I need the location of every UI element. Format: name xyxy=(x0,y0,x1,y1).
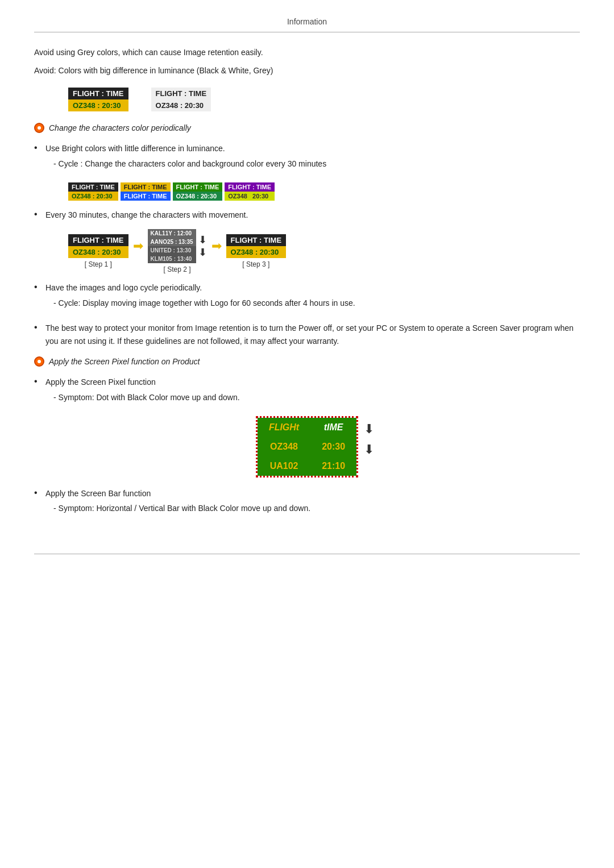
bullet-section-3: • Have the images and logo cycle periodi… xyxy=(34,281,580,314)
pixel-table: FLIGHt tIME OZ348 20:30 UA102 21:10 xyxy=(258,418,356,476)
bullet5-main: Apply the Screen Pixel function xyxy=(45,377,156,387)
step2-row2: AANO25 : 13:35 xyxy=(148,238,196,246)
step3-data: OZ348 : 20:30 xyxy=(226,246,287,258)
pixel-row1-col1: OZ348 xyxy=(258,437,310,456)
step2-to-step3-arrow: ➡ xyxy=(211,239,222,254)
demo-box-light: FLIGHT : TIME OZ348 : 20:30 xyxy=(151,88,211,111)
bullet-section-6: • Apply the Screen Bar function - Sympto… xyxy=(34,487,580,520)
bullet2-main: Every 30 minutes, change the characters … xyxy=(45,210,248,219)
cycle-box-1-data: OZ348 : 20:30 xyxy=(68,192,118,201)
bullet-section-5: • Apply the Screen Pixel function - Symp… xyxy=(34,376,580,408)
pixel-col2-header: tIME xyxy=(310,418,356,437)
cycle-box-3-data: OZ348 : 20:30 xyxy=(173,192,223,201)
cycle-box-1: FLIGHT : TIME OZ348 : 20:30 xyxy=(68,182,118,201)
bullet4-main: The best way to protect your monitor fro… xyxy=(45,323,574,345)
bullet-dot-3: • xyxy=(34,282,45,292)
cycle-box-4-data: OZ348 20:30 xyxy=(225,192,275,201)
step-diagram: FLIGHT : TIME OZ348 : 20:30 [ Step 1 ] ➡… xyxy=(68,229,580,273)
intro-line2: Avoid: Colors with big difference in lum… xyxy=(34,64,580,77)
bullet1-main: Use Bright colors with little difference… xyxy=(45,144,225,153)
bullet-item-5: • Apply the Screen Pixel function - Symp… xyxy=(34,376,580,408)
step2-flights: KAL11Y : 12:00 AANO25 : 13:35 UNITED : 1… xyxy=(148,229,196,263)
bullet3-sub: - Cycle: Display moving image together w… xyxy=(53,297,580,309)
demo-box-dark: FLIGHT : TIME OZ348 : 20:30 xyxy=(68,88,128,111)
demo-box-dark-header: FLIGHT : TIME xyxy=(68,88,128,99)
demo-box-dark-data: OZ348 : 20:30 xyxy=(68,99,128,111)
bullet-dot-1: • xyxy=(34,143,45,153)
cycle-box-2-header: FLIGHT : TIME xyxy=(121,182,171,192)
intro-line1: Avoid using Grey colors, which can cause… xyxy=(34,46,580,59)
step3-label: [ Step 3 ] xyxy=(242,260,269,268)
demo-box-light-data: OZ348 : 20:30 xyxy=(151,99,211,111)
pixel-diagram-wrapper: FLIGHt tIME OZ348 20:30 UA102 21:10 ⬇ ⬇ xyxy=(34,416,580,479)
pixel-diagram: FLIGHt tIME OZ348 20:30 UA102 21:10 xyxy=(256,416,358,477)
bullet-item-4: • The best way to protect your monitor f… xyxy=(34,322,580,347)
bullet-dot-6: • xyxy=(34,488,45,498)
orange-bullet-2: Apply the Screen Pixel function on Produ… xyxy=(34,355,580,368)
pixel-arrow-down-1-icon: ⬇ xyxy=(364,422,374,437)
step2-row3: UNITED : 13:30 xyxy=(148,246,196,255)
bullet3-main: Have the images and logo cycle periodica… xyxy=(45,283,202,292)
bullet1-sub: - Cycle : Change the characters color an… xyxy=(53,157,580,170)
step3-header: FLIGHT : TIME xyxy=(226,234,287,246)
step3-flight-box: FLIGHT : TIME OZ348 : 20:30 xyxy=(226,234,287,258)
orange-bullet-1: Change the characters color periodically xyxy=(34,122,580,134)
change-color-label: Change the characters color periodically xyxy=(49,122,191,134)
bullet-section-2: • Every 30 minutes, change the character… xyxy=(34,209,580,221)
bullet-dot-5: • xyxy=(34,376,45,387)
arrow-down-1-icon: ⬇ xyxy=(198,234,207,246)
bullet-dot-4: • xyxy=(34,322,45,333)
pixel-row1-col2: 20:30 xyxy=(310,437,356,456)
step2-row1: KAL11Y : 12:00 xyxy=(148,229,196,238)
arrow-down-2-icon: ⬇ xyxy=(198,246,207,259)
pixel-row2-col1: UA102 xyxy=(258,456,310,476)
step1-label: [ Step 1 ] xyxy=(85,260,112,268)
step2-label: [ Step 2 ] xyxy=(164,265,191,273)
page-container: Information Avoid using Grey colors, whi… xyxy=(0,0,614,588)
bullet-item-3: • Have the images and logo cycle periodi… xyxy=(34,281,580,314)
cycle-box-3: FLIGHT : TIME OZ348 : 20:30 xyxy=(173,182,223,201)
pixel-row1: OZ348 20:30 xyxy=(258,437,356,456)
bullet-section-4: • The best way to protect your monitor f… xyxy=(34,322,580,347)
bullet-section-1: • Use Bright colors with little differen… xyxy=(34,142,580,175)
bullet6-main: Apply the Screen Bar function xyxy=(45,489,151,498)
cycle-boxes-row: FLIGHT : TIME OZ348 : 20:30 FLIGHT : TIM… xyxy=(68,182,580,201)
bullet5-sub: - Symptom: Dot with Black Color move up … xyxy=(53,391,580,404)
bullet-item-6: • Apply the Screen Bar function - Sympto… xyxy=(34,487,580,520)
step2-row4: KLM105 : 13:40 xyxy=(148,255,196,263)
pixel-row2: UA102 21:10 xyxy=(258,456,356,476)
cycle-box-1-header: FLIGHT : TIME xyxy=(68,182,118,192)
step1-to-step2-arrow: ➡ xyxy=(133,239,143,254)
cycle-box-4: FLIGHT : TIME OZ348 20:30 xyxy=(225,182,275,201)
cycle-box-2: FLIGHT : TIME FLIGHT : TIME xyxy=(121,182,171,201)
page-title: Information xyxy=(34,17,580,32)
pixel-col1-header: FLIGHt xyxy=(258,418,310,437)
bullet6-sub: - Symptom: Horizontal / Vertical Bar wit… xyxy=(53,502,580,514)
orange-circle-icon xyxy=(34,123,44,133)
demo-box-light-header: FLIGHT : TIME xyxy=(151,88,211,99)
bullet-dot-2: • xyxy=(34,209,45,219)
bullet-item-2: • Every 30 minutes, change the character… xyxy=(34,209,580,221)
cycle-box-2-data: FLIGHT : TIME xyxy=(121,192,171,201)
cycle-box-3-header: FLIGHT : TIME xyxy=(173,182,223,192)
pixel-header-row: FLIGHt tIME xyxy=(258,418,356,437)
step1-flight-box: FLIGHT : TIME OZ348 : 20:30 xyxy=(68,234,128,258)
pixel-row2-col2: 21:10 xyxy=(310,456,356,476)
step1-header: FLIGHT : TIME xyxy=(68,234,128,246)
step3-box: FLIGHT : TIME OZ348 : 20:30 [ Step 3 ] xyxy=(226,234,287,268)
bottom-rule xyxy=(34,554,580,554)
screen-pixel-label: Apply the Screen Pixel function on Produ… xyxy=(49,355,200,368)
step2-box: KAL11Y : 12:00 AANO25 : 13:35 UNITED : 1… xyxy=(148,229,207,273)
step1-box: FLIGHT : TIME OZ348 : 20:30 [ Step 1 ] xyxy=(68,234,128,268)
pixel-diagram-inner: FLIGHt tIME OZ348 20:30 UA102 21:10 ⬇ ⬇ xyxy=(256,416,358,479)
step2-arrows: ⬇ ⬇ xyxy=(198,234,207,259)
bullet-item-1: • Use Bright colors with little differen… xyxy=(34,142,580,175)
demo-boxes-row: FLIGHT : TIME OZ348 : 20:30 FLIGHT : TIM… xyxy=(68,88,580,111)
cycle-box-4-header: FLIGHT : TIME xyxy=(225,182,275,192)
pixel-arrow-down-2-icon: ⬇ xyxy=(364,442,374,457)
orange-circle-2-icon xyxy=(34,356,44,367)
step1-data: OZ348 : 20:30 xyxy=(68,246,128,258)
